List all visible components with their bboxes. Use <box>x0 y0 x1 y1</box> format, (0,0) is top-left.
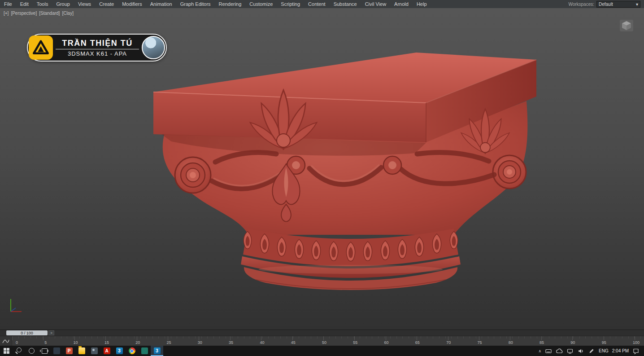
frame-number: 80 <box>509 340 513 345</box>
frame-number: 40 <box>260 340 264 345</box>
menu-item[interactable]: Rendering <box>215 0 246 8</box>
frame-number: 25 <box>166 340 171 345</box>
frame-number: 50 <box>322 340 326 345</box>
touch-keyboard-icon[interactable] <box>545 347 552 355</box>
3dsmax-active-icon[interactable]: 3 <box>151 346 163 356</box>
menu-item[interactable]: Graph Editors <box>176 0 215 8</box>
pinned-app-2[interactable] <box>138 346 151 356</box>
language-indicator[interactable]: ENG <box>599 348 609 353</box>
file-explorer-icon[interactable] <box>75 346 88 356</box>
task-view-icon[interactable] <box>38 346 50 356</box>
world-axis-gizmo <box>7 294 27 314</box>
menu-item[interactable]: Animation <box>146 0 176 8</box>
frame-number: 35 <box>229 340 233 345</box>
viewcube-icon[interactable] <box>620 20 633 33</box>
frame-number: 100 <box>633 340 640 345</box>
workspaces-dropdown[interactable]: Default ▾ <box>596 1 640 8</box>
menu-item[interactable]: Modifiers <box>118 0 146 8</box>
hidden-icons-chevron-icon[interactable]: ∧ <box>538 349 541 353</box>
time-slider-handle[interactable]: 0 / 100 <box>6 330 48 335</box>
watermark-title: TRẦN THIỆN TÚ <box>56 39 139 48</box>
frame-number: 20 <box>135 340 140 345</box>
workspaces-label: Workspaces: <box>568 2 594 7</box>
viewport-label: [+][Perspective][Standard][Clay] <box>4 11 74 16</box>
frame-number: 45 <box>291 340 296 345</box>
3dsmax-icon[interactable]: 3 <box>113 346 126 356</box>
menu-item[interactable]: Customize <box>245 0 277 8</box>
menu-item[interactable]: Scripting <box>277 0 304 8</box>
frame-number: 0 <box>16 340 18 345</box>
viewport-menu-segment[interactable]: [+] <box>4 11 9 16</box>
pinned-app-1[interactable] <box>50 346 63 356</box>
mini-curve-editor-button[interactable] <box>0 336 12 346</box>
watermark-badge: TRẦN THIỆN TÚ 3DSMAX K61 - APA <box>27 34 167 62</box>
menu-item[interactable]: File <box>0 0 16 8</box>
workspaces-value: Default <box>599 2 613 7</box>
frame-number: 75 <box>477 340 482 345</box>
next-frame-button[interactable]: > <box>48 330 54 335</box>
onedrive-cloud-icon[interactable] <box>556 347 563 355</box>
taskbar-apps: P A 3 <box>0 346 163 356</box>
menu-item[interactable]: Views <box>74 0 95 8</box>
viewport-menu-segment[interactable]: [Clay] <box>62 11 74 16</box>
frame-number: 5 <box>44 340 47 345</box>
workspaces-area: Workspaces: Default ▾ <box>568 1 644 8</box>
frame-number: 70 <box>446 340 451 345</box>
acrobat-icon[interactable]: A <box>100 346 113 356</box>
clock[interactable]: 2:04 PM <box>612 348 629 353</box>
time-slider-track[interactable] <box>54 330 644 336</box>
menu-item[interactable]: Tools <box>33 0 52 8</box>
viewport-menu-segment[interactable]: [Standard] <box>39 11 60 16</box>
action-center-icon[interactable] <box>632 347 640 355</box>
menu-item[interactable]: Group <box>52 0 74 8</box>
frame-number: 55 <box>353 340 357 345</box>
frame-ruler[interactable]: 0510152025303540455055606570758085909510… <box>12 336 644 346</box>
menu-item[interactable]: Edit <box>16 0 33 8</box>
time-slider-row: 0 / 100 > <box>0 330 644 336</box>
watermark-subtitle: 3DSMAX K61 - APA <box>56 49 139 57</box>
frame-number: 60 <box>384 340 389 345</box>
system-tray: ∧ ENG 2:04 PM <box>538 346 644 356</box>
taskbar: P A 3 <box>0 346 644 356</box>
watermark-text: TRẦN THIỆN TÚ 3DSMAX K61 - APA <box>53 39 142 57</box>
menu-item[interactable]: Arnold <box>390 0 413 8</box>
avatar <box>142 36 165 59</box>
current-frame-value: 0 / 100 <box>21 331 33 335</box>
volume-icon[interactable] <box>577 347 584 355</box>
pen-icon[interactable] <box>588 347 595 355</box>
frame-number: 15 <box>104 340 109 345</box>
frame-number: 65 <box>415 340 420 345</box>
frame-number: 85 <box>540 340 544 345</box>
track-bar: 0510152025303540455055606570758085909510… <box>0 336 644 346</box>
3dsmax-window: FileEditToolsGroupViewsCreateModifiersAn… <box>0 0 644 356</box>
menu-bar: FileEditToolsGroupViewsCreateModifiersAn… <box>0 0 644 9</box>
network-icon[interactable] <box>566 347 574 355</box>
column-capital-model <box>148 46 543 291</box>
viewport-menu-segment[interactable]: [Perspective] <box>11 11 37 16</box>
frame-number: 95 <box>602 340 606 345</box>
menu-item[interactable]: Content <box>304 0 330 8</box>
perspective-viewport[interactable]: [+][Perspective][Standard][Clay] <box>0 8 644 330</box>
menu-item[interactable]: Create <box>95 0 118 8</box>
frame-number: 10 <box>74 340 78 345</box>
menu-item[interactable]: Help <box>413 0 431 8</box>
menu-item[interactable]: Substance <box>330 0 361 8</box>
dropdown-caret-icon: ▾ <box>636 2 638 7</box>
menu-item[interactable]: Civil View <box>361 0 390 8</box>
pinned-app-powerpoint[interactable]: P <box>63 346 75 356</box>
cortana-icon[interactable] <box>25 346 38 356</box>
start-button[interactable] <box>0 346 13 356</box>
frame-number: 90 <box>570 340 575 345</box>
chrome-icon[interactable] <box>126 346 138 356</box>
frame-number: 30 <box>198 340 202 345</box>
search-icon[interactable] <box>13 346 25 356</box>
menu-items: FileEditToolsGroupViewsCreateModifiersAn… <box>0 0 431 8</box>
watermark-logo-icon <box>29 35 53 60</box>
pinned-app-photos[interactable] <box>88 346 100 356</box>
